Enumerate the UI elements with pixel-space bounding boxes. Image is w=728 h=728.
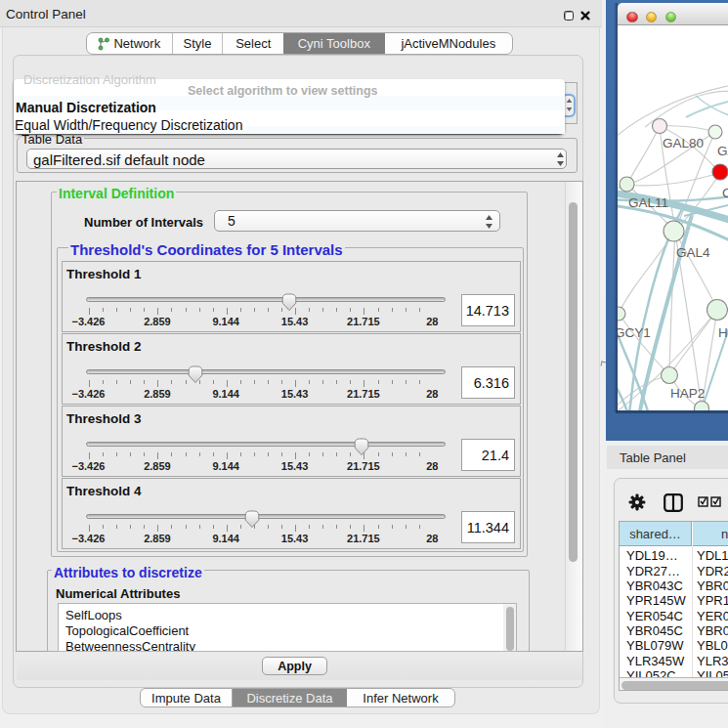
svg-text:GCY1: GCY1 [618, 325, 651, 340]
svg-text:HAP2: HAP2 [670, 386, 705, 401]
svg-text:GAL80: GAL80 [663, 136, 704, 150]
svg-text:GA: GA [717, 144, 728, 158]
svg-text:C: C [722, 186, 728, 200]
svg-text:GAL11: GAL11 [628, 195, 668, 210]
svg-text:GAL4: GAL4 [676, 245, 710, 260]
svg-text:H: H [718, 325, 728, 340]
